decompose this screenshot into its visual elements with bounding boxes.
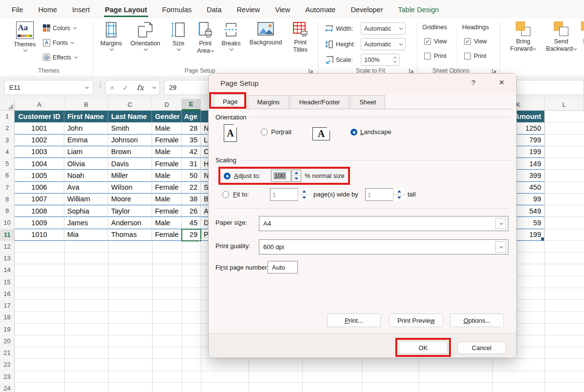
fit-to-tall-spinner[interactable]: [393, 188, 405, 201]
orientation-button[interactable]: Orientation: [128, 21, 163, 51]
table-cell[interactable]: 28: [182, 122, 201, 134]
table-cell[interactable]: Johnson: [108, 135, 152, 146]
menu-tab-page-layout[interactable]: Page Layout: [104, 1, 148, 17]
headings-print-checkbox[interactable]: ✓ Print: [464, 53, 487, 59]
table-cell[interactable]: 1006: [15, 182, 64, 194]
menu-tab-view[interactable]: View: [274, 1, 291, 17]
table-cell[interactable]: James: [64, 217, 108, 229]
table-cell[interactable]: Female: [152, 229, 182, 241]
table-cell[interactable]: Wilson: [108, 182, 152, 194]
table-cell[interactable]: Thomas: [108, 229, 152, 241]
breaks-button[interactable]: Breaks: [219, 21, 243, 51]
table-cell[interactable]: Anderson: [108, 217, 152, 229]
width-dropdown[interactable]: Automatic: [361, 22, 406, 35]
row-header-3[interactable]: 3: [0, 135, 14, 146]
menu-tab-automate[interactable]: Automate: [304, 1, 336, 17]
formula-bar-grip[interactable]: ⋮: [97, 83, 104, 86]
print-area-button[interactable]: Print Area: [193, 21, 217, 55]
row-header-16[interactable]: 16: [0, 288, 14, 300]
options-button[interactable]: Options...: [450, 314, 504, 327]
table-cell[interactable]: Taylor: [108, 205, 152, 217]
table-cell[interactable]: Male: [152, 122, 182, 134]
scale-input[interactable]: 100%: [361, 54, 400, 66]
print-titles-button[interactable]: Print Titles: [289, 21, 312, 54]
table-resize-handle[interactable]: [541, 237, 544, 240]
row-header-12[interactable]: 12: [0, 241, 14, 253]
select-all-corner[interactable]: [0, 99, 15, 111]
row-header-11[interactable]: 11: [0, 229, 14, 241]
size-button[interactable]: Size: [168, 21, 189, 51]
table-cell[interactable]: Male: [152, 146, 182, 158]
table-cell[interactable]: Miller: [108, 170, 152, 181]
row-header-23[interactable]: 23: [0, 371, 14, 383]
gridlines-view-checkbox[interactable]: ✓ View: [424, 38, 447, 45]
headings-view-checkbox[interactable]: ✓ View: [464, 38, 487, 45]
row-header-7[interactable]: 7: [0, 182, 14, 194]
print-preview-button[interactable]: Print Preview: [389, 314, 443, 327]
paper-size-dropdown[interactable]: A4: [259, 216, 508, 231]
menu-tab-home[interactable]: Home: [37, 1, 58, 17]
table-cell[interactable]: Brown: [108, 146, 152, 158]
cancel-entry-icon[interactable]: ×: [110, 83, 114, 92]
table-cell[interactable]: Davis: [108, 158, 152, 170]
row-header-20[interactable]: 20: [0, 335, 14, 347]
row-header-13[interactable]: 13: [0, 253, 14, 264]
table-cell[interactable]: 35: [182, 135, 201, 146]
table-cell[interactable]: Ava: [64, 182, 108, 194]
fonts-button[interactable]: A Fonts: [43, 39, 74, 46]
menu-tab-review[interactable]: Review: [236, 1, 261, 17]
table-cell[interactable]: Sophia: [64, 205, 108, 217]
row-header-5[interactable]: 5: [0, 158, 14, 170]
table-cell[interactable]: Noah: [64, 170, 108, 181]
column-header-C[interactable]: C: [108, 99, 152, 111]
tab-sheet[interactable]: Sheet: [350, 95, 385, 109]
fit-to-radio[interactable]: [222, 191, 229, 198]
cancel-button[interactable]: Cancel: [457, 341, 506, 354]
table-cell[interactable]: Female: [152, 205, 182, 217]
fit-to-wide-input[interactable]: 1: [270, 188, 310, 201]
height-dropdown[interactable]: Automatic: [361, 38, 406, 50]
row-header-14[interactable]: 14: [0, 264, 14, 276]
column-header-L[interactable]: L: [545, 99, 584, 111]
fit-to-wide-spinner[interactable]: [298, 188, 310, 201]
selection-pane-button-partial[interactable]: S: [580, 21, 584, 45]
menu-tab-data[interactable]: Data: [206, 1, 223, 17]
table-cell[interactable]: 1008: [15, 205, 64, 217]
tab-margins[interactable]: Margins: [248, 95, 289, 109]
effects-button[interactable]: Effects: [43, 54, 77, 61]
print-button[interactable]: Print...: [327, 314, 381, 327]
table-cell[interactable]: William: [64, 194, 108, 205]
table-cell[interactable]: Female: [152, 135, 182, 146]
tab-header-footer[interactable]: Header/Footer: [290, 95, 350, 109]
close-icon[interactable]: ×: [495, 77, 508, 88]
confirm-entry-icon[interactable]: ✓: [122, 83, 129, 92]
colors-button[interactable]: Colors: [43, 24, 76, 32]
table-cell[interactable]: John: [64, 122, 108, 134]
row-header-9[interactable]: 9: [0, 205, 14, 217]
table-cell[interactable]: Mia: [64, 229, 108, 241]
send-backward-button[interactable]: Send Backward: [545, 21, 577, 53]
table-cell[interactable]: 1010: [15, 229, 64, 241]
margins-button[interactable]: Margins: [98, 21, 124, 51]
table-cell[interactable]: 1009: [15, 217, 64, 229]
background-button[interactable]: Background: [247, 21, 285, 46]
portrait-radio[interactable]: [261, 129, 268, 136]
first-page-number-input[interactable]: Auto: [268, 261, 298, 274]
print-quality-dropdown[interactable]: 600 dpi: [259, 239, 508, 255]
fit-to-tall-input[interactable]: 1: [365, 188, 405, 201]
row-header-19[interactable]: 19: [0, 324, 14, 335]
landscape-radio[interactable]: [350, 129, 357, 136]
table-cell[interactable]: 42: [182, 146, 201, 158]
row-header-4[interactable]: 4: [0, 146, 14, 158]
table-cell[interactable]: 1005: [15, 170, 64, 181]
menu-tab-formulas[interactable]: Formulas: [161, 1, 193, 17]
table-cell[interactable]: Liam: [64, 146, 108, 158]
gridlines-print-checkbox[interactable]: ✓ Print: [424, 53, 447, 59]
row-header-24[interactable]: 24: [0, 383, 14, 392]
table-cell[interactable]: 26: [182, 205, 201, 217]
table-cell[interactable]: 31: [182, 158, 201, 170]
table-cell[interactable]: Male: [152, 217, 182, 229]
row-header-22[interactable]: 22: [0, 359, 14, 371]
table-cell[interactable]: Emma: [64, 135, 108, 146]
table-cell[interactable]: 38: [182, 194, 201, 205]
